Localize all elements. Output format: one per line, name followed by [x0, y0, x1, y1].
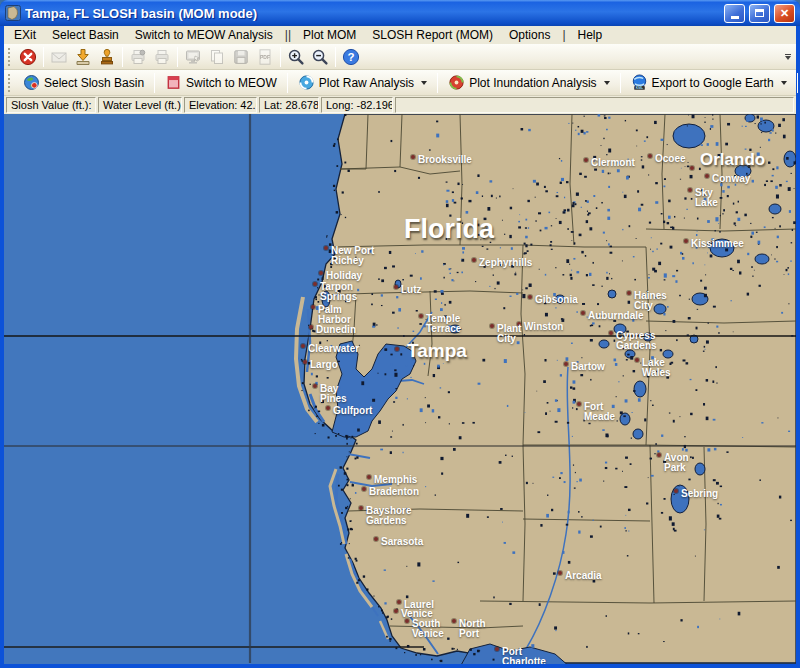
plot-inundation-analysis-button[interactable]: Plot Inundation Analysis — [441, 72, 616, 94]
menu-separator: || — [281, 27, 295, 43]
status-panel-long: Long: -82.1962 — [321, 97, 393, 113]
meow-grid-icon — [165, 74, 182, 91]
close-button[interactable]: ✕ — [774, 4, 795, 23]
menu-item-slosh-report-mom[interactable]: SLOSH Report (MOM) — [364, 27, 501, 43]
page-setup-icon — [129, 48, 147, 66]
toolbar-separator — [335, 47, 336, 67]
dropdown-caret-icon — [604, 81, 610, 85]
city-marker-dot — [395, 347, 399, 351]
help-toolbar-button[interactable]: ? — [339, 45, 363, 69]
menu-bar: EXitSelect BasinSwitch to MEOW Analysis|… — [4, 26, 796, 44]
app-window: Tampa, FL SLOSH basin (MOM mode) ✕ EXitS… — [0, 0, 800, 668]
menu-item-select-basin[interactable]: Select Basin — [44, 27, 127, 43]
status-panel-water-level-ft: Water Level (ft.): 17.7 — [98, 97, 182, 113]
zoom-in-icon — [287, 48, 305, 66]
toolbar-grip[interactable] — [8, 74, 11, 92]
globe-basin-icon — [23, 74, 40, 91]
maximize-icon — [755, 9, 764, 17]
print-icon — [153, 48, 171, 66]
toolbar-separator — [280, 47, 281, 67]
toolbar-separator — [122, 47, 123, 67]
save-toolbar-button — [229, 45, 253, 69]
export-to-google-earth-button[interactable]: KMLExport to Google Earth — [624, 72, 794, 94]
maximize-button[interactable] — [749, 4, 770, 23]
button-label: Plot Raw Analysis — [319, 76, 414, 90]
zoom-out-toolbar-button[interactable] — [308, 45, 332, 69]
action-toolbar: Select Slosh BasinSwitch to MEOWPlot Raw… — [4, 70, 796, 96]
minimize-icon — [731, 16, 739, 19]
close-icon: ✕ — [780, 8, 789, 19]
toolbar-separator — [43, 47, 44, 67]
status-panel-filler — [395, 97, 794, 113]
menu-item-switch-to-meow-analysis[interactable]: Switch to MEOW Analysis — [127, 27, 281, 43]
slosh-basin-map — [4, 114, 796, 664]
screen-capture-icon — [184, 48, 202, 66]
menu-item-help[interactable]: Help — [570, 27, 611, 43]
switch-to-meow-button[interactable]: Switch to MEOW — [158, 72, 284, 94]
menu-item-plot-mom[interactable]: Plot MOM — [295, 27, 364, 43]
button-label: Select Slosh Basin — [44, 76, 144, 90]
import-data-toolbar-button[interactable] — [71, 45, 95, 69]
screen-capture-toolbar-button — [181, 45, 205, 69]
help-icon: ? — [342, 48, 360, 66]
stamp-icon — [98, 48, 116, 66]
toolbar-separator — [620, 73, 621, 93]
google-earth-icon: KML — [631, 74, 648, 91]
icon-toolbar: PDF? — [4, 44, 796, 70]
minimize-button[interactable] — [724, 4, 745, 23]
button-label: Export to Google Earth — [652, 76, 774, 90]
pdf-export-icon: PDF — [256, 48, 274, 66]
toolbar-separator — [177, 47, 178, 67]
open-envelope-toolbar-button — [47, 45, 71, 69]
hurricane-blue-icon — [298, 74, 315, 91]
zoom-out-icon — [311, 48, 329, 66]
toolbar-grip[interactable] — [8, 48, 11, 66]
svg-text:KML: KML — [635, 86, 642, 90]
toolbar-separator — [437, 73, 438, 93]
map-canvas[interactable]: BrooksvilleClermontOcoeeConwaySky LakeKi… — [4, 114, 796, 664]
app-icon — [5, 5, 21, 21]
city-marker-dot — [690, 166, 694, 170]
dropdown-caret-icon — [421, 81, 427, 85]
stamp-toolbar-button[interactable] — [95, 45, 119, 69]
toolbar-overflow-button[interactable] — [781, 46, 794, 68]
toolbar-separator — [287, 73, 288, 93]
exit-toolbar-button[interactable] — [16, 45, 40, 69]
exit-icon — [19, 48, 37, 66]
print-toolbar-button — [150, 45, 174, 69]
svg-text:?: ? — [347, 51, 354, 63]
copy-icon — [208, 48, 226, 66]
copy-toolbar-button — [205, 45, 229, 69]
open-envelope-icon — [50, 48, 68, 66]
hurricane-red-icon — [448, 74, 465, 91]
window-title: Tampa, FL SLOSH basin (MOM mode) — [25, 6, 720, 21]
status-panel-elevation: Elevation: 42.6 ft. — [184, 97, 257, 113]
status-panel-lat: Lat: 28.6788 — [259, 97, 319, 113]
select-slosh-basin-button[interactable]: Select Slosh Basin — [16, 72, 151, 94]
plot-raw-analysis-button[interactable]: Plot Raw Analysis — [291, 72, 434, 94]
zoom-in-toolbar-button[interactable] — [284, 45, 308, 69]
page-setup-toolbar-button — [126, 45, 150, 69]
import-data-icon — [74, 48, 92, 66]
menu-item-options[interactable]: Options — [501, 27, 558, 43]
menu-separator: | — [558, 27, 569, 43]
title-bar[interactable]: Tampa, FL SLOSH basin (MOM mode) ✕ — [0, 0, 800, 26]
svg-text:PDF: PDF — [260, 54, 270, 60]
status-panel-slosh-value-ft: Slosh Value (ft.): 17.7 — [6, 97, 96, 113]
chevron-down-icon — [785, 56, 791, 60]
toolbar-separator — [797, 73, 798, 93]
dropdown-caret-icon — [781, 81, 787, 85]
menu-item-exit[interactable]: EXit — [6, 27, 44, 43]
pdf-export-toolbar-button: PDF — [253, 45, 277, 69]
save-icon — [232, 48, 250, 66]
button-label: Plot Inundation Analysis — [469, 76, 596, 90]
toolbar-separator — [154, 73, 155, 93]
window-body: EXitSelect BasinSwitch to MEOW Analysis|… — [4, 26, 796, 664]
status-bar: Slosh Value (ft.): 17.7Water Level (ft.)… — [4, 96, 796, 114]
button-label: Switch to MEOW — [186, 76, 277, 90]
